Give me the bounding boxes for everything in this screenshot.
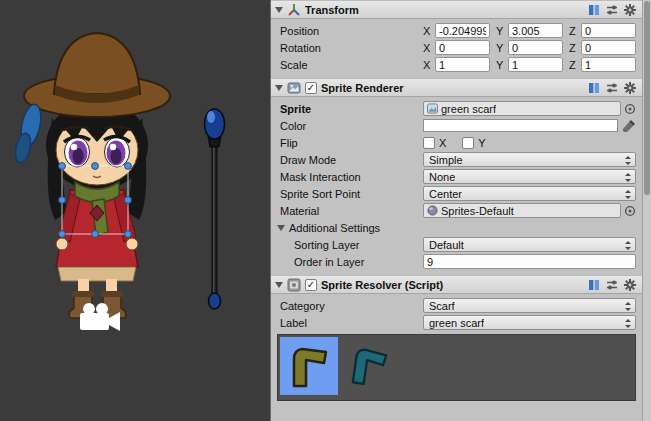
dropdown-arrow-icon	[625, 156, 632, 165]
dropdown-arrow-icon	[625, 319, 632, 328]
sprite-thumbnail-green-scarf[interactable]	[280, 337, 338, 395]
axis-label-y: Y	[496, 25, 508, 37]
row-label: Category	[280, 300, 423, 312]
axis-label-x: X	[423, 59, 435, 71]
sprite-value: green scarf	[441, 103, 496, 115]
dropdown-value: Center	[429, 188, 462, 200]
axis-label-x: X	[423, 25, 435, 37]
row-label: Draw Mode	[280, 154, 423, 166]
color-swatch[interactable]	[423, 119, 618, 132]
rotation-z-field[interactable]	[581, 40, 636, 55]
enabled-checkbox[interactable]: ✓	[305, 279, 317, 291]
rotation-y-field[interactable]	[508, 40, 563, 55]
foldout-arrow-icon[interactable]	[275, 85, 283, 91]
position-z-field[interactable]	[581, 23, 636, 38]
axis-label-y: Y	[496, 42, 508, 54]
draw-mode-dropdown[interactable]: Simple	[423, 152, 636, 167]
scale-y-field[interactable]	[508, 57, 563, 72]
sprite-resolver-header[interactable]: ✓ Sprite Resolver (Script)	[271, 275, 642, 294]
row-label: Label	[280, 317, 423, 329]
material-row: Material Sprites-Default	[271, 202, 642, 219]
dropdown-arrow-icon	[625, 173, 632, 182]
label-dropdown[interactable]: green scarf	[423, 315, 636, 330]
axis-label-z: Z	[569, 59, 581, 71]
gear-icon[interactable]	[623, 3, 637, 17]
sprite-thumbnail-teal-scarf[interactable]	[340, 337, 398, 395]
flip-y-checkbox[interactable]	[462, 137, 474, 149]
material-icon	[427, 205, 438, 216]
order-in-layer-field[interactable]	[423, 254, 636, 269]
component-title: Transform	[305, 4, 359, 16]
sprite-renderer-component: ✓ Sprite Renderer	[271, 78, 642, 274]
additional-settings-foldout[interactable]: Additional Settings	[271, 219, 642, 236]
eyedropper-icon[interactable]	[622, 119, 636, 133]
scrollbar-thumb[interactable]	[644, 1, 650, 195]
label-row: Label green scarf	[271, 314, 642, 331]
presets-icon[interactable]	[605, 81, 619, 95]
help-book-icon[interactable]	[587, 81, 601, 95]
scale-x-field[interactable]	[435, 57, 490, 72]
row-label: Sprite	[280, 103, 423, 115]
row-label: Rotation	[280, 42, 423, 54]
foldout-arrow-icon[interactable]	[277, 225, 285, 231]
row-label: Mask Interaction	[280, 171, 423, 183]
row-label: Sprite Sort Point	[280, 188, 423, 200]
green-scarf-sprite	[285, 342, 333, 390]
position-x-field[interactable]	[435, 23, 490, 38]
gear-icon[interactable]	[623, 81, 637, 95]
gear-icon[interactable]	[623, 278, 637, 292]
category-dropdown[interactable]: Scarf	[423, 298, 636, 313]
mask-interaction-dropdown[interactable]: None	[423, 169, 636, 184]
inspector-scrollbar[interactable]	[642, 0, 651, 421]
presets-icon[interactable]	[605, 3, 619, 17]
axis-label-y: Y	[496, 59, 508, 71]
scene-view[interactable]	[0, 0, 270, 421]
dropdown-value: Scarf	[429, 300, 455, 312]
flip-x-checkbox[interactable]	[423, 137, 435, 149]
rotation-x-field[interactable]	[435, 40, 490, 55]
sprite-sort-point-dropdown[interactable]: Center	[423, 186, 636, 201]
axis-label-z: Z	[569, 42, 581, 54]
teal-scarf-sprite	[347, 344, 391, 388]
flip-row: Flip X Y	[271, 134, 642, 151]
dropdown-value: Simple	[429, 154, 463, 166]
sorting-layer-row: Sorting Layer Default	[271, 236, 642, 253]
color-row: Color	[271, 117, 642, 134]
foldout-arrow-icon[interactable]	[275, 7, 283, 13]
material-value: Sprites-Default	[441, 205, 514, 217]
sprite-resolver-component: ✓ Sprite Resolver (Script)	[271, 275, 642, 409]
dropdown-value: green scarf	[429, 317, 484, 329]
order-in-layer-row: Order in Layer	[271, 253, 642, 270]
sprite-icon	[427, 103, 438, 114]
material-object-field[interactable]: Sprites-Default	[423, 203, 621, 218]
dropdown-arrow-icon	[625, 190, 632, 199]
object-picker-icon[interactable]	[624, 103, 636, 115]
position-y-field[interactable]	[508, 23, 563, 38]
sprite-sort-point-row: Sprite Sort Point Center	[271, 185, 642, 202]
inspector-panel: Transform Positio	[270, 0, 651, 421]
transform-icon	[287, 3, 301, 17]
row-label: Sorting Layer	[280, 239, 423, 251]
dropdown-value: None	[429, 171, 455, 183]
additional-settings-label: Additional Settings	[289, 222, 380, 234]
sprite-preview-panel	[277, 334, 636, 401]
position-row: Position X Y Z	[271, 22, 642, 39]
sorting-layer-dropdown[interactable]: Default	[423, 237, 636, 252]
transform-header[interactable]: Transform	[271, 0, 642, 19]
row-label: Color	[280, 120, 423, 132]
presets-icon[interactable]	[605, 278, 619, 292]
object-picker-icon[interactable]	[624, 205, 636, 217]
transform-component: Transform Positio	[271, 0, 642, 77]
help-book-icon[interactable]	[587, 278, 601, 292]
help-book-icon[interactable]	[587, 3, 601, 17]
staff-sprite[interactable]	[205, 109, 225, 309]
scale-row: Scale X Y Z	[271, 56, 642, 73]
foldout-arrow-icon[interactable]	[275, 282, 283, 288]
sprite-object-field[interactable]: green scarf	[423, 101, 621, 116]
row-label: Scale	[280, 59, 423, 71]
scale-z-field[interactable]	[581, 57, 636, 72]
character-sprite[interactable]	[13, 33, 170, 318]
dropdown-arrow-icon	[625, 302, 632, 311]
enabled-checkbox[interactable]: ✓	[305, 82, 317, 94]
sprite-renderer-header[interactable]: ✓ Sprite Renderer	[271, 78, 642, 97]
